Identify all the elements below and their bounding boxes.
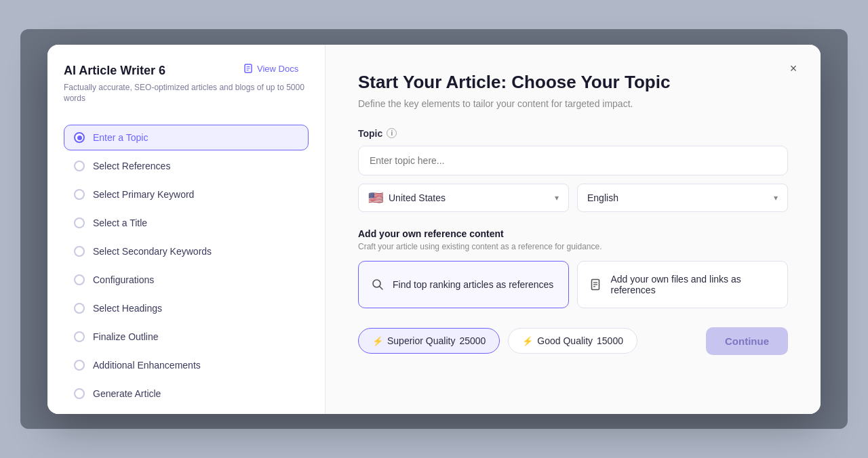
superior-bolt-icon: ⚡ bbox=[372, 336, 383, 346]
continue-button[interactable]: Continue bbox=[706, 327, 788, 355]
step-dot-additional-enhancements bbox=[74, 360, 85, 371]
topic-info-icon: i bbox=[387, 128, 397, 138]
add-own-option[interactable]: Add your own files and links as referenc… bbox=[577, 261, 788, 308]
locale-row: 🇺🇸 United States ▾ English ▾ bbox=[358, 184, 788, 212]
sidebar-item-finalize-outline[interactable]: Finalize Outline bbox=[64, 324, 309, 350]
step-dot-select-secondary-keywords bbox=[74, 246, 85, 257]
country-name: United States bbox=[389, 192, 446, 203]
step-label-additional-enhancements: Additional Enhancements bbox=[93, 360, 201, 371]
language-select[interactable]: English ▾ bbox=[577, 184, 788, 212]
step-label-select-primary-keyword: Select Primary Keyword bbox=[93, 189, 194, 200]
doc-icon bbox=[244, 64, 254, 73]
good-quality-credits: 15000 bbox=[597, 335, 623, 346]
reference-title: Add your own reference content bbox=[358, 228, 788, 239]
add-own-label: Add your own files and links as referenc… bbox=[611, 274, 776, 295]
superior-quality-button[interactable]: ⚡ Superior Quality 25000 bbox=[358, 328, 500, 354]
step-label-select-references: Select References bbox=[93, 161, 170, 171]
find-top-ranking-label: Find top ranking articles as references bbox=[393, 279, 553, 290]
bottom-row: ⚡ Superior Quality 25000 ⚡ Good Quality … bbox=[358, 327, 788, 355]
good-bolt-icon: ⚡ bbox=[522, 336, 533, 346]
step-dot-select-references bbox=[74, 161, 85, 171]
step-list: Enter a Topic Select References Select P… bbox=[64, 125, 309, 407]
step-dot-select-title bbox=[74, 217, 85, 228]
search-icon bbox=[371, 278, 384, 291]
sidebar-item-select-references[interactable]: Select References bbox=[64, 153, 309, 179]
sidebar-item-select-secondary-keywords[interactable]: Select Secondary Keywords bbox=[64, 238, 309, 264]
close-icon: × bbox=[790, 62, 797, 76]
view-docs-link[interactable]: View Docs bbox=[244, 64, 298, 74]
sidebar-item-generate-article[interactable]: Generate Article bbox=[64, 381, 309, 407]
sidebar-item-select-headings[interactable]: Select Headings bbox=[64, 295, 309, 321]
step-dot-configurations bbox=[74, 274, 85, 285]
good-quality-button[interactable]: ⚡ Good Quality 15000 bbox=[508, 328, 637, 354]
topic-input[interactable] bbox=[358, 146, 788, 175]
language-name: English bbox=[587, 192, 618, 203]
main-title: Start Your Article: Choose Your Topic bbox=[358, 72, 788, 93]
step-label-select-headings: Select Headings bbox=[93, 303, 162, 314]
sidebar-item-select-title[interactable]: Select a Title bbox=[64, 210, 309, 236]
step-label-select-secondary-keywords: Select Secondary Keywords bbox=[93, 246, 212, 257]
reference-options: Find top ranking articles as references … bbox=[358, 261, 788, 308]
sidebar-item-additional-enhancements[interactable]: Additional Enhancements bbox=[64, 352, 309, 378]
superior-quality-label: Superior Quality bbox=[387, 335, 455, 346]
step-label-generate-article: Generate Article bbox=[93, 388, 161, 399]
step-label-configurations: Configurations bbox=[93, 274, 154, 285]
sidebar-item-configurations[interactable]: Configurations bbox=[64, 267, 309, 293]
reference-subtitle: Craft your article using existing conten… bbox=[358, 242, 788, 251]
topic-label: Topic i bbox=[358, 128, 788, 139]
step-dot-select-headings bbox=[74, 303, 85, 314]
country-select[interactable]: 🇺🇸 United States ▾ bbox=[358, 184, 569, 212]
screen-background: AI Article Writer 6 Factually accurate, … bbox=[20, 29, 848, 429]
country-chevron-icon: ▾ bbox=[555, 193, 559, 203]
country-flag: 🇺🇸 bbox=[368, 190, 383, 205]
sidebar-subtitle: Factually accurate, SEO-optimized articl… bbox=[64, 82, 309, 105]
step-label-select-title: Select a Title bbox=[93, 217, 147, 228]
view-docs-label: View Docs bbox=[257, 64, 298, 74]
sidebar-item-select-primary-keyword[interactable]: Select Primary Keyword bbox=[64, 182, 309, 207]
sidebar-item-enter-topic[interactable]: Enter a Topic bbox=[64, 125, 309, 150]
superior-quality-credits: 25000 bbox=[459, 335, 486, 346]
svg-line-5 bbox=[380, 286, 383, 289]
step-dot-enter-topic bbox=[74, 132, 85, 143]
good-quality-label: Good Quality bbox=[537, 335, 593, 346]
modal: AI Article Writer 6 Factually accurate, … bbox=[47, 45, 821, 414]
step-label-enter-topic: Enter a Topic bbox=[93, 132, 148, 143]
main-subtitle: Define the key elements to tailor your c… bbox=[358, 98, 788, 109]
close-button[interactable]: × bbox=[783, 58, 804, 80]
find-top-ranking-option[interactable]: Find top ranking articles as references bbox=[358, 261, 569, 308]
step-label-finalize-outline: Finalize Outline bbox=[93, 331, 159, 342]
step-dot-generate-article bbox=[74, 388, 85, 399]
language-chevron-icon: ▾ bbox=[774, 193, 778, 203]
step-dot-select-primary-keyword bbox=[74, 189, 85, 200]
sidebar: AI Article Writer 6 Factually accurate, … bbox=[47, 45, 326, 414]
step-dot-finalize-outline bbox=[74, 331, 85, 342]
main-content: × Start Your Article: Choose Your Topic … bbox=[326, 45, 821, 414]
file-icon bbox=[590, 278, 603, 291]
